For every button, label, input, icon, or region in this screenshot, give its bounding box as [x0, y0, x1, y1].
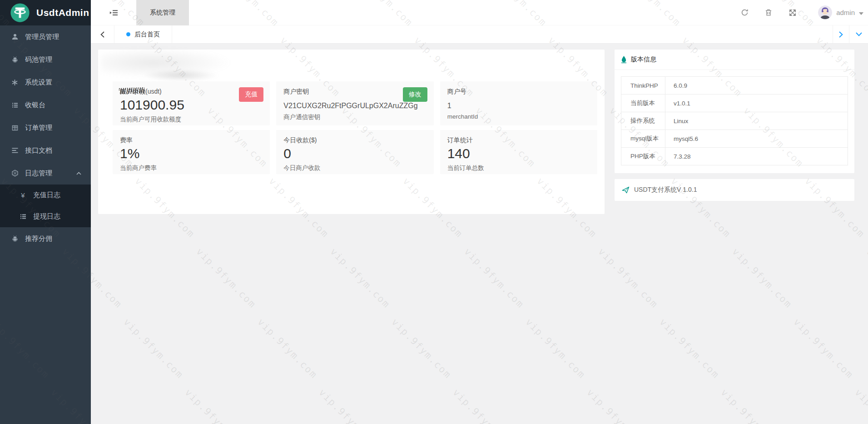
sidebar-item-label: 推荐分佣 [25, 234, 52, 243]
recharge-button[interactable]: 充值 [239, 87, 263, 102]
version-row: PHP版本7.3.28 [621, 148, 848, 165]
version-row-label: mysql版本 [621, 130, 665, 148]
stat-card-caption: 当前商户可用收款额度 [120, 115, 263, 124]
chevron-left-icon[interactable] [91, 25, 114, 43]
version-row: 操作系统Linux [621, 112, 848, 130]
stat-card-label: 费率 [120, 136, 133, 145]
content: 账户余额(usdt)101900.95当前商户可用收款额度充值商户密钥V21CU… [91, 44, 868, 424]
refresh-icon[interactable] [740, 9, 749, 17]
tabs-spacer [172, 25, 833, 43]
stat-card: 商户号1merchantId [440, 81, 597, 125]
stat-card: 订单统计140当前订单总数 [440, 130, 597, 174]
android-icon [11, 56, 19, 64]
version-row-label: 操作系统 [621, 112, 665, 130]
stat-card-label: 订单统计 [447, 136, 473, 145]
version-table-wrap: ThinkPHP6.0.9当前版本v1.0.1操作系统Linuxmysql版本m… [615, 70, 854, 173]
sidebar-item[interactable]: 日志管理 [0, 162, 91, 185]
user-icon [11, 33, 19, 41]
version-row-value: 6.0.9 [665, 77, 848, 95]
version-row: ThinkPHP6.0.9 [621, 77, 848, 95]
stat-card: 今日收款($)0今日商户收款 [276, 130, 433, 174]
leaf-icon [621, 56, 627, 63]
active-tab-label: 后台首页 [134, 30, 160, 39]
sidebar-subitem-label: 充值日志 [33, 191, 60, 200]
fullscreen-icon[interactable] [789, 9, 797, 17]
app-root: UsdtAdmin 管理员管理码池管理系统设置收银台订单管理接口文档日志管理¥充… [0, 0, 868, 424]
sidebar-item-label: 系统设置 [25, 78, 52, 87]
main-area: 系统管理 [91, 0, 868, 424]
sidebar-item-label: 管理员管理 [25, 33, 59, 41]
lines-icon [11, 147, 19, 155]
sidebar-subitem-label: 提现日志 [33, 212, 60, 221]
avatar[interactable] [818, 5, 832, 20]
stat-card-label: 今日收款($) [283, 136, 317, 145]
sidebar-item-label: 接口文档 [25, 146, 52, 155]
username[interactable]: admin [836, 9, 855, 16]
stat-card: 账户余额(usdt)101900.95当前商户可用收款额度充值 [113, 81, 270, 125]
paper-plane-icon [622, 186, 630, 194]
right-column: 版本信息 ThinkPHP6.0.9当前版本v1.0.1操作系统Linuxmys… [615, 50, 854, 424]
sidebar-submenu: ¥充值日志提现日志 [0, 185, 91, 227]
stat-card-caption: 当前商户费率 [120, 164, 263, 172]
yen-icon: ¥ [19, 191, 27, 199]
system-version-panel: USDT支付系统V 1.0.1 [615, 179, 854, 201]
stat-card-value: 1 [447, 101, 590, 110]
hexagon-icon [11, 170, 19, 177]
stat-card-caption: 当前订单总数 [447, 164, 590, 172]
tabs-bar: 后台首页 [91, 25, 868, 44]
sidebar-item[interactable]: 管理员管理 [0, 25, 91, 48]
topbar: 系统管理 [91, 0, 868, 25]
stat-card-label: 商户号 [447, 88, 466, 96]
logo-bar: UsdtAdmin [0, 0, 91, 25]
chevron-up-icon [75, 170, 83, 177]
version-panel-title: 版本信息 [631, 55, 656, 64]
version-panel-header: 版本信息 [615, 50, 854, 70]
topbar-right: admin [740, 5, 868, 20]
stat-card-value: V21CUXG2Ru2FtPGGrULpGX2AruZZGg [283, 101, 426, 110]
stat-card: 费率1%当前商户费率 [113, 130, 270, 174]
version-row: mysql版本mysql5.6 [621, 130, 848, 148]
active-tab-dot [126, 32, 130, 36]
version-row-label: 当前版本 [621, 95, 665, 112]
version-panel: 版本信息 ThinkPHP6.0.9当前版本v1.0.1操作系统Linuxmys… [615, 50, 854, 173]
stat-card-caption: 今日商户收款 [283, 164, 426, 172]
modify-button[interactable]: 修改 [403, 87, 427, 102]
redaction-smudge [142, 70, 219, 81]
redaction-scribble [119, 87, 144, 94]
sidebar-item[interactable]: 推荐分佣 [0, 227, 91, 250]
sidebar-item[interactable]: 收银台 [0, 94, 91, 116]
trash-icon[interactable] [764, 9, 773, 17]
sidebar-item[interactable]: 系统设置 [0, 71, 91, 94]
top-tab-system[interactable]: 系统管理 [136, 0, 189, 25]
chevron-down-icon[interactable] [849, 25, 868, 43]
stat-card-label: 商户密钥 [283, 88, 309, 96]
list-icon [11, 101, 19, 109]
version-row-value: 7.3.28 [665, 148, 848, 165]
caret-down-icon [859, 9, 863, 17]
sidebar-item[interactable]: 订单管理 [0, 116, 91, 139]
version-row: 当前版本v1.0.1 [621, 95, 848, 112]
sidebar: UsdtAdmin 管理员管理码池管理系统设置收银台订单管理接口文档日志管理¥充… [0, 0, 91, 424]
stat-card: 商户密钥V21CUXG2Ru2FtPGGrULpGX2AruZZGg商户通信密钥… [276, 81, 433, 125]
collapse-menu-icon[interactable] [91, 0, 136, 25]
sidebar-item[interactable]: 接口文档 [0, 139, 91, 162]
sidebar-subitem[interactable]: 提现日志 [0, 206, 91, 227]
asterisk-icon [11, 79, 19, 86]
stat-cards: 账户余额(usdt)101900.95当前商户可用收款额度充值商户密钥V21CU… [113, 81, 597, 174]
chevron-right-icon[interactable] [833, 25, 849, 43]
tab-home[interactable]: 后台首页 [114, 25, 172, 43]
stat-card-value: 140 [447, 146, 590, 161]
sidebar-item-label: 收银台 [25, 101, 45, 110]
sidebar-item-label: 码池管理 [25, 55, 52, 64]
table-icon [11, 124, 19, 132]
android-icon [11, 235, 19, 243]
stat-card-caption: 商户通信密钥 [283, 113, 426, 121]
user-menu[interactable]: admin [818, 5, 863, 20]
app-title: UsdtAdmin [36, 7, 89, 18]
version-row-value: mysql5.6 [665, 130, 848, 148]
sidebar-item-label: 订单管理 [25, 124, 52, 132]
sidebar-subitem[interactable]: ¥充值日志 [0, 185, 91, 206]
sidebar-menu: 管理员管理码池管理系统设置收银台订单管理接口文档日志管理¥充值日志提现日志推荐分… [0, 25, 91, 250]
stat-card-caption: merchantId [447, 113, 590, 120]
sidebar-item[interactable]: 码池管理 [0, 48, 91, 71]
